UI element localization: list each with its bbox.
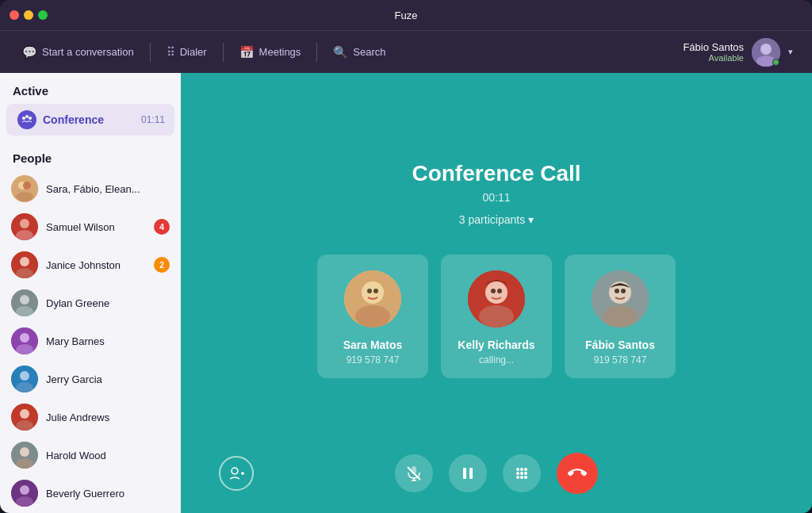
- avatar: [11, 366, 38, 392]
- participants-cards: Sara Matos 919 578 747: [317, 255, 676, 378]
- search-icon: 🔍: [333, 45, 348, 59]
- start-conversation-button[interactable]: 💬 Start a conversation: [13, 40, 144, 64]
- svg-point-50: [479, 305, 514, 327]
- mute-button[interactable]: [395, 454, 433, 492]
- list-item[interactable]: Sara, Fábio, Elean...: [0, 170, 181, 208]
- svg-point-44: [362, 281, 384, 304]
- person-name: Sara, Fábio, Elean...: [46, 183, 170, 195]
- minimize-button[interactable]: [24, 10, 33, 20]
- participant-name: Kelly Richards: [458, 339, 534, 351]
- sidebar: Active Conference 01:11 People: [0, 73, 181, 513]
- call-area: Conference Call 00:11 3 participants ▾: [181, 73, 812, 513]
- svg-point-70: [516, 472, 519, 475]
- add-participant-button[interactable]: [219, 456, 254, 491]
- user-info: Fábio Santos Available: [683, 41, 744, 63]
- people-section: People Sara, Fábio, Elean...: [0, 139, 181, 513]
- user-name: Fábio Santos: [683, 41, 744, 53]
- list-item[interactable]: Jerry Garcia: [0, 360, 181, 398]
- toolbar-divider-3: [316, 43, 317, 62]
- user-avatar-wrap: [752, 38, 780, 67]
- call-title: Conference Call: [412, 161, 580, 186]
- user-status: Available: [683, 53, 744, 63]
- search-button[interactable]: 🔍 Search: [324, 40, 395, 64]
- traffic-lights: [10, 10, 48, 20]
- people-title: People: [0, 145, 181, 170]
- svg-point-75: [524, 476, 527, 479]
- participant-info: calling...: [479, 354, 514, 366]
- person-name: Beverly Guerrero: [46, 488, 170, 500]
- participant-info: 919 578 747: [594, 354, 647, 366]
- title-bar: Fuze: [0, 0, 812, 30]
- participants-button[interactable]: 3 participants ▾: [459, 213, 534, 226]
- svg-point-71: [520, 472, 523, 475]
- list-item[interactable]: Janice Johnston 2: [0, 246, 181, 284]
- person-name: Jerry Garcia: [46, 373, 170, 385]
- svg-point-20: [20, 333, 29, 343]
- svg-point-17: [20, 295, 29, 304]
- svg-point-73: [516, 476, 519, 479]
- svg-point-58: [232, 468, 238, 474]
- svg-point-72: [524, 472, 527, 475]
- chevron-down-icon: ▾: [528, 213, 534, 226]
- dialer-label: Dialer: [180, 46, 207, 58]
- maximize-button[interactable]: [38, 10, 48, 20]
- meetings-button[interactable]: 📅 Meetings: [230, 40, 311, 64]
- list-item[interactable]: Samuel Wilson 4: [0, 208, 181, 246]
- avatar: [11, 175, 38, 202]
- participant-name: Sara Matos: [343, 339, 403, 351]
- participants-count: 3 participants: [459, 213, 525, 226]
- conference-icon: [17, 110, 36, 129]
- svg-point-23: [20, 371, 29, 381]
- participant-card: Sara Matos 919 578 747: [317, 255, 428, 378]
- svg-point-55: [603, 305, 638, 327]
- svg-point-3: [22, 117, 25, 120]
- svg-point-57: [621, 289, 626, 293]
- avatar: [468, 270, 525, 327]
- conference-label: Conference: [43, 113, 135, 126]
- participant-info: 919 578 747: [347, 354, 400, 366]
- svg-point-52: [497, 289, 502, 293]
- close-button[interactable]: [10, 10, 19, 20]
- svg-point-8: [23, 182, 31, 190]
- meetings-icon: 📅: [239, 45, 255, 59]
- list-item[interactable]: Julie Andrews: [0, 398, 181, 436]
- avatar: [11, 251, 38, 278]
- grid-button[interactable]: [503, 454, 541, 492]
- avatar: [344, 270, 401, 327]
- list-item[interactable]: Mary Barnes: [0, 322, 181, 360]
- svg-point-4: [25, 115, 29, 118]
- main-content: Active Conference 01:11 People: [0, 73, 812, 513]
- list-item[interactable]: Beverly Guerrero: [0, 474, 181, 512]
- person-name: Mary Barnes: [46, 335, 170, 347]
- pause-button[interactable]: [449, 454, 487, 492]
- toolbar-divider-2: [223, 43, 224, 62]
- svg-point-47: [373, 289, 378, 293]
- svg-point-1: [760, 44, 772, 55]
- avatar: [592, 270, 649, 327]
- active-section-title: Active: [0, 73, 181, 104]
- toolbar: 💬 Start a conversation ⠿ Dialer 📅 Meetin…: [0, 30, 812, 73]
- svg-point-56: [615, 289, 619, 293]
- start-conversation-label: Start a conversation: [42, 46, 134, 58]
- app-title: Fuze: [395, 10, 418, 21]
- toolbar-divider-1: [150, 43, 151, 62]
- dialer-button[interactable]: ⠿ Dialer: [157, 40, 216, 64]
- svg-point-51: [491, 289, 496, 293]
- list-item[interactable]: Dylan Greene: [0, 284, 181, 322]
- svg-point-32: [20, 485, 29, 495]
- conversation-icon: 💬: [22, 45, 37, 59]
- avatar: [11, 289, 38, 316]
- participant-card: Fábio Santos 919 578 747: [565, 255, 676, 378]
- app-window: Fuze 💬 Start a conversation ⠿ Dialer 📅 M…: [0, 0, 812, 513]
- svg-point-29: [20, 447, 29, 457]
- svg-rect-66: [469, 468, 473, 479]
- list-item[interactable]: Harold Wood: [0, 436, 181, 474]
- user-profile[interactable]: Fábio Santos Available ▾: [676, 35, 799, 70]
- svg-point-9: [16, 192, 33, 201]
- avatar: [11, 442, 38, 469]
- person-name: Samuel Wilson: [46, 221, 146, 233]
- end-call-button[interactable]: [557, 453, 598, 494]
- active-conference-item[interactable]: Conference 01:11: [6, 104, 174, 136]
- avatar: [11, 327, 38, 354]
- svg-point-46: [367, 289, 372, 293]
